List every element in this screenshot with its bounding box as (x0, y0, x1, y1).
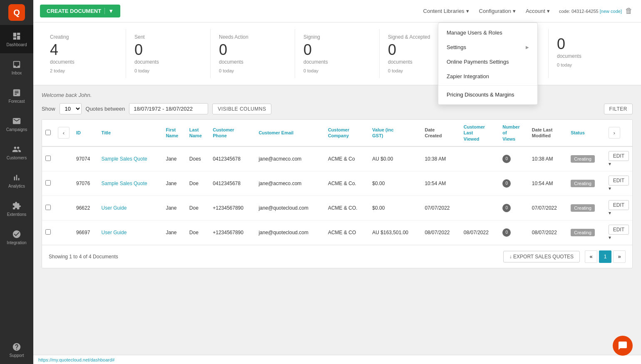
row-edit-cell[interactable]: EDIT ▾ (605, 146, 632, 171)
date-range-input[interactable] (129, 103, 208, 114)
row-title[interactable]: User Guide (98, 220, 163, 245)
configuration-button[interactable]: Configuration ▾ (475, 5, 520, 17)
row-checkbox-cell[interactable] (42, 220, 55, 245)
select-all-checkbox[interactable] (45, 130, 51, 135)
col-value[interactable]: Value (incGST) (369, 120, 421, 146)
edit-dropdown-arrow[interactable]: ▾ (609, 210, 611, 216)
row-checkbox[interactable] (45, 180, 51, 186)
col-number-of-views[interactable]: NumberofViews (499, 120, 529, 146)
row-edit-cell[interactable]: EDIT ▾ (605, 220, 632, 245)
show-select[interactable]: 10 25 50 (60, 103, 82, 114)
sidebar-item-inbox[interactable]: Inbox (0, 53, 33, 82)
filter-button[interactable]: FILTER (604, 104, 633, 114)
sidebar-item-forecast[interactable]: Forecast (0, 82, 33, 110)
edit-dropdown-arrow[interactable]: ▾ (609, 161, 611, 167)
edit-button[interactable]: EDIT (609, 176, 629, 186)
configuration-chevron: ▾ (513, 8, 516, 14)
row-first-name: Jane (162, 220, 186, 245)
col-status[interactable]: Status (567, 120, 605, 146)
sidebar-item-integration[interactable]: Integration (0, 223, 33, 251)
sidebar-item-campaigns[interactable]: Campaigns (0, 110, 33, 138)
settings-arrow: ▶ (526, 45, 529, 50)
stat-needs-action: Needs Action 0 documents 0 today (211, 29, 295, 78)
col-customer-email[interactable]: Customer Email (255, 120, 324, 146)
create-doc-dropdown-arrow[interactable]: ▼ (104, 8, 114, 14)
sidebar-item-inbox-label: Inbox (12, 71, 22, 75)
sidebar-item-customers-label: Customers (7, 156, 27, 160)
row-status: Creating (567, 220, 605, 245)
stat-creating-label: Creating (50, 34, 117, 40)
trash-icon[interactable]: 🗑 (624, 5, 634, 17)
create-document-button[interactable]: CREATE DOCUMENT ▼ (40, 5, 120, 17)
stat-sent: Sent 0 documents 0 today (126, 29, 211, 78)
sidebar-item-dashboard[interactable]: Dashboard (0, 25, 33, 53)
row-checkbox[interactable] (45, 229, 51, 235)
row-edit-cell[interactable]: EDIT ▾ (605, 196, 632, 220)
sidebar-item-support[interactable]: Support (0, 336, 33, 364)
row-value: $0.00 (369, 171, 421, 196)
account-button[interactable]: Account ▾ (522, 5, 554, 17)
logo-icon[interactable]: Q (8, 4, 25, 21)
col-first-name[interactable]: FirstName (162, 120, 186, 146)
col-date-created[interactable]: DateCreated (421, 120, 460, 146)
dropdown-item-zapier[interactable]: Zapier Integration (438, 69, 537, 84)
edit-dropdown-arrow[interactable]: ▾ (609, 186, 611, 191)
stat-sent-today: 0 today (134, 68, 202, 73)
campaigns-icon (12, 116, 21, 126)
dropdown-item-manage-users[interactable]: Manage Users & Roles (438, 25, 537, 40)
row-checkbox-cell[interactable] (42, 196, 55, 220)
content-libraries-button[interactable]: Content Libraries ▾ (419, 5, 473, 17)
row-title[interactable]: Sample Sales Quote (98, 146, 163, 171)
edit-dropdown-arrow[interactable]: ▾ (609, 235, 611, 240)
dropdown-item-online-payments[interactable]: Online Payments Settings (438, 54, 537, 69)
table-row: 97076 Sample Sales Quote Jane Doe 041234… (42, 171, 632, 196)
col-last-name[interactable]: LastName (186, 120, 209, 146)
col-select-all[interactable] (42, 120, 55, 146)
row-status: Creating (567, 196, 605, 220)
row-id: 96697 (73, 220, 98, 245)
col-date-last-modified[interactable]: Date LastModified (529, 120, 567, 146)
row-edit-cell[interactable]: EDIT ▾ (605, 171, 632, 196)
col-id[interactable]: ID (73, 120, 98, 146)
new-code-link[interactable]: [new code] (600, 9, 622, 14)
row-title[interactable]: User Guide (98, 196, 163, 220)
col-customer-phone[interactable]: CustomerPhone (209, 120, 255, 146)
dropdown-item-settings[interactable]: Settings ▶ (438, 40, 537, 54)
col-title[interactable]: Title (98, 120, 163, 146)
col-prev-nav[interactable]: ‹ (55, 120, 73, 146)
sidebar-item-analytics[interactable]: Analytics (0, 166, 33, 195)
sidebar-item-campaigns-label: Campaigns (6, 127, 27, 132)
next-col-button[interactable]: › (609, 127, 620, 139)
main-content: CREATE DOCUMENT ▼ Content Libraries ▾ Co… (33, 0, 641, 364)
row-date-created: 10:38 AM (421, 146, 460, 171)
sidebar-item-extensions[interactable]: Extentions (0, 195, 33, 223)
row-checkbox[interactable] (45, 156, 51, 161)
sidebar-item-customers[interactable]: Customers (0, 138, 33, 166)
row-title[interactable]: Sample Sales Quote (98, 171, 163, 196)
dropdown-item-pricing[interactable]: Pricing Discounts & Margins (438, 87, 537, 102)
row-phone: 0412345678 (209, 171, 255, 196)
documents-table: ‹ ID Title FirstName LastName CustomerPh… (42, 120, 632, 245)
chat-bubble[interactable] (613, 336, 633, 356)
row-checkbox[interactable] (45, 205, 51, 210)
page-1-button[interactable]: 1 (599, 250, 611, 263)
col-customer-company[interactable]: CustomerCompany (325, 120, 369, 146)
edit-button[interactable]: EDIT (609, 225, 629, 235)
table-scroll[interactable]: ‹ ID Title FirstName LastName CustomerPh… (42, 120, 632, 245)
row-checkbox-cell[interactable] (42, 146, 55, 171)
col-next-nav[interactable]: › (605, 120, 632, 146)
last-page-button[interactable]: » (613, 250, 626, 263)
visible-columns-button[interactable]: VISIBLE COLUMNS (212, 104, 271, 114)
row-checkbox-cell[interactable] (42, 171, 55, 196)
export-button[interactable]: ↓ EXPORT SALES QUOTES (503, 251, 580, 262)
prev-col-button[interactable]: ‹ (58, 127, 70, 139)
configuration-label: Configuration (479, 8, 511, 14)
edit-button[interactable]: EDIT (609, 200, 629, 210)
create-doc-label: CREATE DOCUMENT (47, 8, 101, 14)
edit-button[interactable]: EDIT (609, 151, 629, 161)
chat-icon (618, 341, 628, 351)
row-date-modified: 07/07/2022 (529, 196, 567, 220)
row-first-name: Jane (162, 146, 186, 171)
col-customer-last-viewed[interactable]: CustomerLastViewed (460, 120, 499, 146)
first-page-button[interactable]: « (585, 250, 597, 263)
